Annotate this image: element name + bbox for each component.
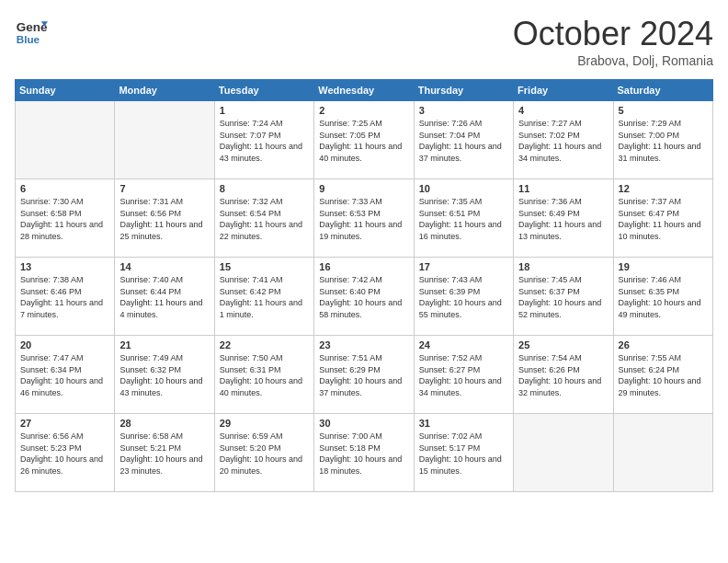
calendar-cell: 16Sunrise: 7:42 AM Sunset: 6:40 PM Dayli… (314, 258, 414, 336)
day-number: 8 (220, 183, 309, 194)
day-number: 1 (220, 105, 309, 116)
day-info: Sunrise: 7:52 AM Sunset: 6:27 PM Dayligh… (419, 352, 508, 398)
day-number: 17 (419, 261, 508, 272)
day-info: Sunrise: 7:29 AM Sunset: 7:00 PM Dayligh… (619, 118, 708, 164)
day-info: Sunrise: 7:41 AM Sunset: 6:42 PM Dayligh… (220, 274, 309, 320)
week-row-1: 1Sunrise: 7:24 AM Sunset: 7:07 PM Daylig… (16, 101, 713, 179)
week-row-5: 27Sunrise: 6:56 AM Sunset: 5:23 PM Dayli… (16, 414, 713, 492)
calendar-cell: 20Sunrise: 7:47 AM Sunset: 6:34 PM Dayli… (16, 336, 115, 414)
calendar-cell: 28Sunrise: 6:58 AM Sunset: 5:21 PM Dayli… (115, 414, 214, 492)
day-info: Sunrise: 6:58 AM Sunset: 5:21 PM Dayligh… (119, 431, 209, 477)
day-number: 25 (518, 339, 608, 350)
day-number: 29 (220, 418, 309, 429)
day-info: Sunrise: 7:55 AM Sunset: 6:24 PM Dayligh… (619, 352, 708, 398)
weekday-header-friday: Friday (514, 80, 613, 101)
day-number: 15 (220, 261, 309, 272)
day-number: 20 (20, 339, 109, 350)
title-block: October 2024 Brabova, Dolj, Romania (513, 15, 713, 68)
day-number: 31 (419, 418, 508, 429)
day-info: Sunrise: 7:46 AM Sunset: 6:35 PM Dayligh… (619, 274, 708, 320)
day-info: Sunrise: 6:59 AM Sunset: 5:20 PM Dayligh… (220, 431, 309, 477)
day-info: Sunrise: 7:02 AM Sunset: 5:17 PM Dayligh… (419, 431, 508, 477)
calendar-cell: 9Sunrise: 7:33 AM Sunset: 6:53 PM Daylig… (314, 179, 414, 258)
day-number: 18 (518, 261, 608, 272)
weekday-header-wednesday: Wednesday (314, 80, 414, 101)
day-number: 24 (419, 339, 508, 350)
day-info: Sunrise: 7:24 AM Sunset: 7:07 PM Dayligh… (220, 118, 309, 164)
calendar-cell: 14Sunrise: 7:40 AM Sunset: 6:44 PM Dayli… (115, 258, 214, 336)
day-info: Sunrise: 6:56 AM Sunset: 5:23 PM Dayligh… (20, 431, 109, 477)
day-number: 30 (319, 418, 408, 429)
day-number: 9 (319, 183, 408, 194)
day-info: Sunrise: 7:42 AM Sunset: 6:40 PM Dayligh… (319, 274, 408, 320)
calendar-cell (115, 101, 214, 179)
calendar-cell: 30Sunrise: 7:00 AM Sunset: 5:18 PM Dayli… (314, 414, 414, 492)
calendar-cell: 22Sunrise: 7:50 AM Sunset: 6:31 PM Dayli… (214, 336, 313, 414)
calendar-cell (16, 101, 115, 179)
calendar-table: SundayMondayTuesdayWednesdayThursdayFrid… (15, 79, 713, 492)
day-info: Sunrise: 7:35 AM Sunset: 6:51 PM Dayligh… (419, 196, 508, 242)
day-number: 26 (619, 339, 708, 350)
day-number: 12 (619, 183, 708, 194)
calendar-cell: 19Sunrise: 7:46 AM Sunset: 6:35 PM Dayli… (613, 258, 712, 336)
day-info: Sunrise: 7:47 AM Sunset: 6:34 PM Dayligh… (20, 352, 109, 398)
calendar-cell: 11Sunrise: 7:36 AM Sunset: 6:49 PM Dayli… (514, 179, 613, 258)
calendar-cell: 1Sunrise: 7:24 AM Sunset: 7:07 PM Daylig… (214, 101, 313, 179)
weekday-header-sunday: Sunday (16, 80, 115, 101)
page-header: General Blue October 2024 Brabova, Dolj,… (15, 15, 713, 68)
month-title: October 2024 (513, 15, 713, 53)
day-number: 7 (119, 183, 209, 194)
calendar-cell: 5Sunrise: 7:29 AM Sunset: 7:00 PM Daylig… (613, 101, 712, 179)
day-number: 23 (319, 339, 408, 350)
week-row-4: 20Sunrise: 7:47 AM Sunset: 6:34 PM Dayli… (16, 336, 713, 414)
calendar-cell: 6Sunrise: 7:30 AM Sunset: 6:58 PM Daylig… (16, 179, 115, 258)
weekday-header-tuesday: Tuesday (214, 80, 313, 101)
day-number: 6 (20, 183, 109, 194)
calendar-cell: 10Sunrise: 7:35 AM Sunset: 6:51 PM Dayli… (414, 179, 513, 258)
calendar-cell: 31Sunrise: 7:02 AM Sunset: 5:17 PM Dayli… (414, 414, 513, 492)
calendar-cell (514, 414, 613, 492)
calendar-cell: 12Sunrise: 7:37 AM Sunset: 6:47 PM Dayli… (613, 179, 712, 258)
calendar-cell: 4Sunrise: 7:27 AM Sunset: 7:02 PM Daylig… (514, 101, 613, 179)
calendar-cell: 17Sunrise: 7:43 AM Sunset: 6:39 PM Dayli… (414, 258, 513, 336)
weekday-header-saturday: Saturday (613, 80, 712, 101)
calendar-cell: 27Sunrise: 6:56 AM Sunset: 5:23 PM Dayli… (16, 414, 115, 492)
calendar-cell: 7Sunrise: 7:31 AM Sunset: 6:56 PM Daylig… (115, 179, 214, 258)
calendar-cell: 2Sunrise: 7:25 AM Sunset: 7:05 PM Daylig… (314, 101, 414, 179)
calendar-cell: 23Sunrise: 7:51 AM Sunset: 6:29 PM Dayli… (314, 336, 414, 414)
day-info: Sunrise: 7:37 AM Sunset: 6:47 PM Dayligh… (619, 196, 708, 242)
calendar-cell: 26Sunrise: 7:55 AM Sunset: 6:24 PM Dayli… (613, 336, 712, 414)
calendar-cell (613, 414, 712, 492)
calendar-cell: 29Sunrise: 6:59 AM Sunset: 5:20 PM Dayli… (214, 414, 313, 492)
day-info: Sunrise: 7:00 AM Sunset: 5:18 PM Dayligh… (319, 431, 408, 477)
calendar-cell: 18Sunrise: 7:45 AM Sunset: 6:37 PM Dayli… (514, 258, 613, 336)
calendar-cell: 13Sunrise: 7:38 AM Sunset: 6:46 PM Dayli… (16, 258, 115, 336)
day-number: 19 (619, 261, 708, 272)
day-number: 5 (619, 105, 708, 116)
day-info: Sunrise: 7:25 AM Sunset: 7:05 PM Dayligh… (319, 118, 408, 164)
day-number: 10 (419, 183, 508, 194)
day-number: 21 (119, 339, 209, 350)
day-info: Sunrise: 7:27 AM Sunset: 7:02 PM Dayligh… (518, 118, 608, 164)
location-subtitle: Brabova, Dolj, Romania (513, 53, 713, 68)
day-info: Sunrise: 7:26 AM Sunset: 7:04 PM Dayligh… (419, 118, 508, 164)
day-number: 28 (119, 418, 209, 429)
calendar-cell: 24Sunrise: 7:52 AM Sunset: 6:27 PM Dayli… (414, 336, 513, 414)
logo: General Blue (15, 15, 48, 48)
day-number: 4 (518, 105, 608, 116)
day-info: Sunrise: 7:51 AM Sunset: 6:29 PM Dayligh… (319, 352, 408, 398)
day-number: 14 (119, 261, 209, 272)
week-row-3: 13Sunrise: 7:38 AM Sunset: 6:46 PM Dayli… (16, 258, 713, 336)
week-row-2: 6Sunrise: 7:30 AM Sunset: 6:58 PM Daylig… (16, 179, 713, 258)
logo-icon: General Blue (15, 15, 48, 48)
day-info: Sunrise: 7:45 AM Sunset: 6:37 PM Dayligh… (518, 274, 608, 320)
calendar-cell: 3Sunrise: 7:26 AM Sunset: 7:04 PM Daylig… (414, 101, 513, 179)
calendar-cell: 25Sunrise: 7:54 AM Sunset: 6:26 PM Dayli… (514, 336, 613, 414)
weekday-header-monday: Monday (115, 80, 214, 101)
day-info: Sunrise: 7:30 AM Sunset: 6:58 PM Dayligh… (20, 196, 109, 242)
day-info: Sunrise: 7:33 AM Sunset: 6:53 PM Dayligh… (319, 196, 408, 242)
day-info: Sunrise: 7:43 AM Sunset: 6:39 PM Dayligh… (419, 274, 508, 320)
day-number: 22 (220, 339, 309, 350)
day-info: Sunrise: 7:32 AM Sunset: 6:54 PM Dayligh… (220, 196, 309, 242)
day-number: 3 (419, 105, 508, 116)
